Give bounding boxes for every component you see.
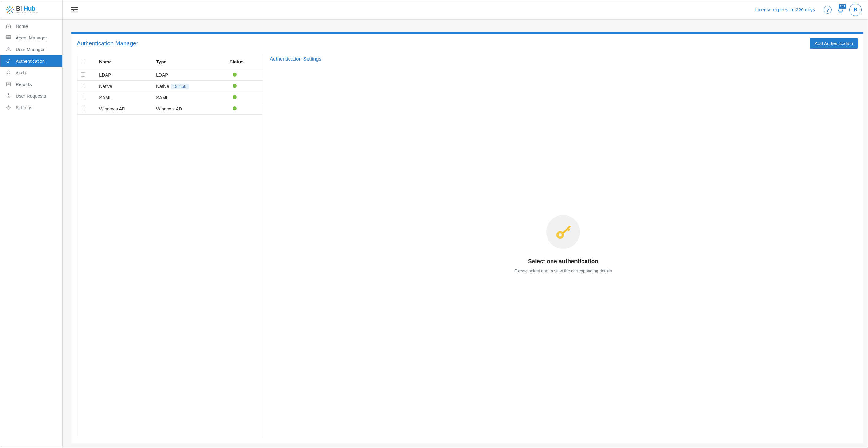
nav-audit[interactable]: Audit — [0, 67, 62, 78]
svg-point-1 — [9, 5, 10, 7]
cell-name: LDAP — [95, 69, 152, 81]
key-illustration-icon — [554, 222, 572, 242]
row-checkbox[interactable] — [81, 106, 85, 110]
svg-point-5 — [9, 13, 10, 14]
row-checkbox[interactable] — [81, 72, 85, 76]
svg-point-22 — [8, 47, 9, 49]
content-header-strip — [63, 20, 868, 32]
svg-point-7 — [6, 9, 7, 10]
svg-point-8 — [7, 7, 8, 8]
cell-name: Native — [95, 81, 152, 92]
add-authentication-button[interactable]: Add Authentication — [810, 38, 858, 49]
cell-type: SAML — [152, 92, 226, 103]
column-header-name[interactable]: Name — [95, 55, 152, 69]
nav-label: User Manager — [16, 47, 45, 52]
table-row[interactable]: LDAP LDAP — [77, 69, 262, 81]
nav-label: Authentication — [16, 59, 45, 64]
menu-toggle-button[interactable] — [71, 7, 78, 12]
cell-status — [226, 103, 262, 115]
cell-status — [226, 81, 262, 92]
column-header-status[interactable]: Status — [226, 55, 262, 69]
table-row[interactable]: SAML SAML — [77, 92, 262, 103]
license-expiry-text: License expires in: 220 days — [755, 7, 815, 12]
server-icon — [6, 35, 11, 40]
settings-panel-title: Authentication Settings — [270, 56, 857, 62]
cell-status — [226, 69, 262, 81]
svg-text:BI Hub: BI Hub — [16, 5, 35, 12]
row-checkbox[interactable] — [81, 95, 85, 99]
nav-authentication[interactable]: Authentication — [0, 55, 62, 67]
key-icon — [6, 58, 11, 64]
hamburger-icon — [71, 7, 78, 12]
nav-agent-manager[interactable]: Agent Manager — [0, 32, 62, 43]
svg-point-32 — [8, 106, 9, 108]
cell-type: Windows AD — [152, 103, 226, 115]
empty-state: Select one authentication Please select … — [270, 64, 857, 436]
nav-label: User Requests — [16, 93, 46, 99]
select-all-checkbox[interactable] — [81, 59, 85, 63]
svg-text:YOUR BI SEARCH ENGINE: YOUR BI SEARCH ENGINE — [16, 12, 38, 13]
refresh-icon — [6, 70, 11, 75]
empty-state-title: Select one authentication — [528, 258, 598, 265]
svg-point-11 — [10, 9, 11, 10]
svg-point-23 — [7, 61, 8, 63]
cell-status — [226, 92, 262, 103]
svg-point-10 — [9, 9, 9, 10]
svg-point-6 — [7, 12, 8, 13]
page-title: Authentication Manager — [77, 40, 138, 47]
authentication-table-panel: Name Type Status LDAP LDAP — [77, 54, 263, 438]
nav-settings[interactable]: Settings — [0, 102, 62, 113]
nav-label: Home — [16, 24, 28, 29]
gear-icon — [6, 105, 11, 110]
status-dot-icon — [232, 84, 237, 88]
nav-label: Audit — [16, 70, 26, 75]
nav-user-manager[interactable]: User Manager — [0, 43, 62, 55]
help-icon: ? — [824, 6, 832, 14]
svg-point-3 — [13, 9, 14, 10]
nav-user-requests[interactable]: User Requests — [0, 90, 62, 102]
table-row[interactable]: Native NativeDefault — [77, 81, 262, 92]
cell-name: Windows AD — [95, 103, 152, 115]
status-dot-icon — [232, 106, 237, 110]
status-dot-icon — [232, 72, 237, 76]
user-icon — [6, 46, 11, 52]
help-button[interactable]: ? — [824, 6, 832, 14]
svg-point-2 — [12, 7, 13, 8]
svg-point-9 — [8, 8, 12, 12]
column-header-type[interactable]: Type — [152, 55, 226, 69]
empty-state-subtitle: Please select one to view the correspond… — [515, 268, 612, 273]
svg-point-34 — [559, 233, 562, 236]
status-dot-icon — [232, 95, 237, 99]
user-avatar[interactable]: B — [849, 4, 862, 16]
topbar: BI Hub YOUR BI SEARCH ENGINE License exp… — [0, 0, 868, 20]
authentication-table: Name Type Status LDAP LDAP — [77, 55, 262, 115]
authentication-settings-panel: Authentication Settings Select on — [269, 54, 858, 438]
content-area: Authentication Manager Add Authenticatio… — [63, 20, 868, 448]
cell-type: NativeDefault — [152, 81, 226, 92]
notifications-button[interactable]: 100 — [837, 6, 844, 13]
nav-label: Settings — [16, 105, 32, 110]
home-icon — [6, 23, 11, 29]
row-checkbox[interactable] — [81, 84, 85, 88]
table-row[interactable]: Windows AD Windows AD — [77, 103, 262, 115]
default-tag: Default — [171, 84, 189, 89]
empty-state-illustration — [546, 215, 580, 249]
nav-label: Reports — [16, 82, 32, 87]
notification-badge: 100 — [839, 4, 846, 8]
clipboard-icon — [6, 93, 11, 99]
brand-logo[interactable]: BI Hub YOUR BI SEARCH ENGINE — [0, 0, 63, 19]
nav-home[interactable]: Home — [0, 20, 62, 32]
cell-name: SAML — [95, 92, 152, 103]
nav-reports[interactable]: Reports — [0, 78, 62, 90]
chart-icon — [6, 82, 11, 87]
sidebar: Home Agent Manager User Manager Authenti… — [0, 20, 63, 448]
nav-label: Agent Manager — [16, 35, 47, 40]
cell-type: LDAP — [152, 69, 226, 81]
